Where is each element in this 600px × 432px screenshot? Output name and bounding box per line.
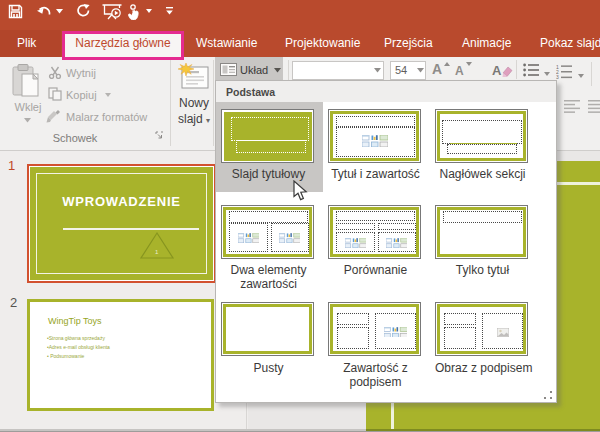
- svg-text:1: 1: [155, 249, 159, 255]
- svg-text:3: 3: [556, 74, 559, 79]
